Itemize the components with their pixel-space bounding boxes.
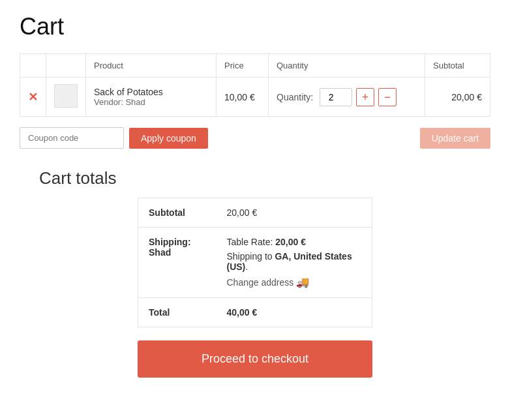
col-product: Product (86, 54, 217, 78)
table-row: ✕ Sack of Potatoes Vendor: Shad 10,00 € … (20, 78, 490, 117)
total-value: 40,00 € (217, 298, 372, 327)
subtotal-label: Subtotal (138, 198, 217, 228)
shipping-rate: Table Rate: 20,00 € (227, 237, 362, 247)
shipping-to-text: Shipping to (227, 251, 273, 262)
remove-item-button[interactable]: ✕ (28, 91, 38, 103)
subtotal-value: 20,00 € (217, 198, 372, 228)
product-vendor: Vendor: Shad (94, 97, 208, 107)
cart-totals-section: Cart totals Subtotal 20,00 € Shipping: S… (20, 168, 490, 378)
shipping-period: . (245, 262, 248, 272)
quantity-increase-button[interactable]: + (356, 88, 374, 106)
col-remove (20, 54, 46, 78)
checkout-button[interactable]: Proceed to checkout (138, 340, 372, 378)
quantity-label: Quantity: (277, 92, 313, 102)
shipping-address: Shipping to GA, United States (US). (227, 251, 362, 272)
totals-total-row: Total 40,00 € (138, 298, 372, 327)
change-address-label: Change address (227, 277, 294, 288)
cart-totals-table: Subtotal 20,00 € Shipping: Shad Table Ra… (138, 198, 372, 327)
quantity-decrease-button[interactable]: − (378, 88, 397, 106)
truck-icon: 🚚 (296, 276, 309, 288)
col-thumb (46, 54, 86, 78)
product-name: Sack of Potatoes (94, 87, 208, 97)
col-quantity: Quantity (269, 54, 425, 78)
vendor-label: Vendor: (94, 97, 123, 107)
product-subtotal: 20,00 € (425, 78, 490, 117)
coupon-input[interactable] (20, 127, 124, 149)
coupon-row: Apply coupon Update cart (20, 127, 490, 149)
vendor-name: Shad (125, 97, 145, 107)
cart-totals-title: Cart totals (39, 168, 117, 188)
shipping-rate-value: 20,00 € (275, 237, 306, 247)
product-price: 10,00 € (217, 78, 269, 117)
total-label: Total (138, 298, 217, 327)
totals-shipping-row: Shipping: Shad Table Rate: 20,00 € Shipp… (138, 228, 372, 298)
col-price: Price (217, 54, 269, 78)
product-thumbnail (54, 84, 78, 108)
quantity-input[interactable] (320, 88, 352, 106)
shipping-rate-prefix: Table Rate: (227, 237, 276, 247)
coupon-left: Apply coupon (20, 127, 208, 149)
total-value-strong: 40,00 € (227, 307, 258, 318)
shipping-value: Table Rate: 20,00 € Shipping to GA, Unit… (217, 228, 372, 298)
shipping-label: Shipping: Shad (138, 228, 217, 298)
cart-table: Product Price Quantity Subtotal ✕ Sack o… (20, 53, 490, 117)
page-title: Cart (20, 13, 490, 40)
apply-coupon-button[interactable]: Apply coupon (129, 128, 208, 149)
col-subtotal: Subtotal (425, 54, 490, 78)
change-address-link[interactable]: Change address 🚚 (227, 276, 362, 288)
update-cart-button[interactable]: Update cart (420, 128, 490, 149)
totals-subtotal-row: Subtotal 20,00 € (138, 198, 372, 228)
